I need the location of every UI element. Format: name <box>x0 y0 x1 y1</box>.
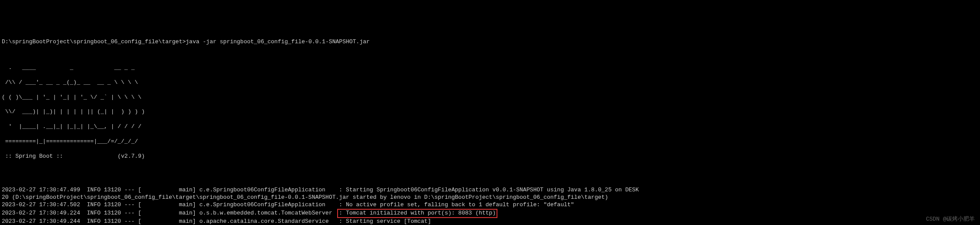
log-line: 2023-02-27 17:30:47.502 INFO 13120 --- [… <box>2 201 978 209</box>
log-line: 20 (D:\springBootProject\springboot_06_c… <box>2 194 978 201</box>
spring-banner: . ____ _ __ _ _ /\\ / ___'_ __ _ _(_)_ _… <box>2 57 978 167</box>
command-text: java -jar springboot_06_config_file-0.0.… <box>186 38 369 45</box>
command-prompt: D:\springBootProject\springboot_06_confi… <box>2 38 978 46</box>
banner-line: . ____ _ __ _ _ <box>2 64 978 72</box>
terminal-output: D:\springBootProject\springboot_06_confi… <box>2 31 978 225</box>
banner-line: ' |____| .__|_| |_|_| |_\__, | / / / / <box>2 123 978 131</box>
log-line: 2023-02-27 17:30:49.244 INFO 13120 --- [… <box>2 218 978 225</box>
log-line: 2023-02-27 17:30:47.499 INFO 13120 --- [… <box>2 187 978 194</box>
banner-line: =========|_|==============|___/=/_/_/_/ <box>2 138 978 145</box>
banner-line: ( ( )\___ | '_ | '_| | '_ \/ _` | \ \ \ … <box>2 94 978 101</box>
highlighted-log-message: : Tomcat initialized with port(s): 8083 … <box>337 209 497 218</box>
log-line: 2023-02-27 17:30:49.224 INFO 13120 --- [… <box>2 209 978 218</box>
prompt-path: D:\springBootProject\springboot_06_confi… <box>2 38 186 45</box>
banner-line: \\/ ___)| |_)| | | | | || (_| | ) ) ) ) <box>2 108 978 116</box>
banner-line: /\\ / ___'_ __ _ _(_)_ __ __ _ \ \ \ \ <box>2 79 978 87</box>
watermark: CSDN @碳烤小肥羊 <box>926 216 975 223</box>
log-output: 2023-02-27 17:30:47.499 INFO 13120 --- [… <box>2 187 978 225</box>
banner-line: :: Spring Boot :: (v2.7.9) <box>2 153 978 160</box>
